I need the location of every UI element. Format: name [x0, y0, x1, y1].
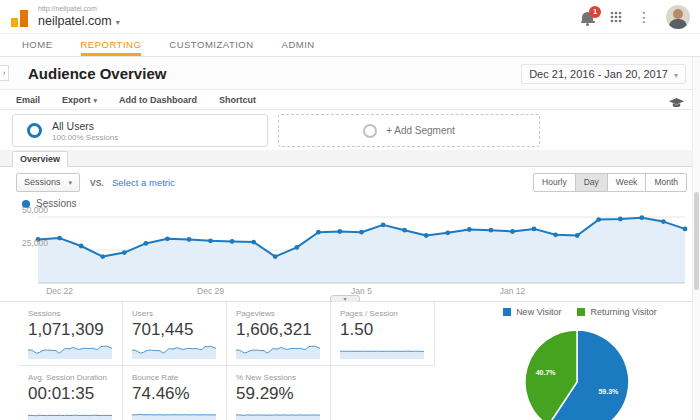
- sessions-sparkline: [28, 345, 112, 359]
- scrollbar-thumb[interactable]: [694, 192, 699, 290]
- svg-text:Jan 12: Jan 12: [500, 286, 526, 296]
- top-header-bar: http://neilpatel.com neilpatel.com▾ 1 ⋮: [0, 0, 700, 34]
- metric-selector-dropdown[interactable]: Sessions▾: [16, 173, 80, 192]
- shortcut-button[interactable]: Shortcut: [219, 95, 256, 105]
- export-caret-icon: ▾: [94, 97, 98, 104]
- nav-item-home[interactable]: HOME: [22, 34, 53, 56]
- metric-label: Pages / Session: [340, 309, 426, 318]
- avatar[interactable]: [666, 5, 690, 29]
- metric-value: 00:01:35: [28, 384, 114, 404]
- sidebar-expand-toggle[interactable]: ›: [0, 65, 9, 81]
- page-title: Audience Overview: [28, 65, 166, 82]
- add-segment-button[interactable]: + Add Segment: [278, 114, 540, 147]
- add-segment-label: + Add Segment: [386, 125, 455, 136]
- graduation-cap-icon: [669, 98, 684, 109]
- sessions-timeline-chart[interactable]: 50,00025,000Dec 22Dec 29Jan 5Jan 12: [0, 205, 700, 302]
- metric-label: Sessions: [28, 309, 114, 318]
- users-sparkline: [132, 345, 216, 359]
- metric-caret-icon: ▾: [69, 179, 73, 186]
- metric-card-bounce-rate[interactable]: Bounce Rate 74.46%: [123, 366, 227, 420]
- title-row: › Audience Overview Dec 21, 2016 - Jan 2…: [0, 57, 700, 90]
- metric-value: 1.50: [340, 320, 426, 340]
- metric-card-pageviews[interactable]: Pageviews 1,606,321: [227, 302, 331, 366]
- overview-summary-section: Sessions 1,071,309 Users 701,445 Pagevie…: [0, 302, 700, 420]
- date-range-value: Dec 21, 2016 - Jan 20, 2017: [529, 68, 668, 80]
- metric-value: 1,071,309: [28, 320, 114, 340]
- report-tabstrip: Overview: [0, 150, 700, 167]
- account-name: neilpatel.com: [38, 14, 112, 28]
- nav-item-reporting[interactable]: REPORTING: [81, 34, 142, 56]
- metric-label: % New Sessions: [236, 373, 322, 382]
- new-sessions-sparkline: [236, 409, 320, 420]
- segment-circle-icon: [27, 123, 42, 138]
- metric-label: Bounce Rate: [132, 373, 218, 382]
- svg-text:59.3%: 59.3%: [598, 388, 619, 395]
- email-button[interactable]: Email: [16, 95, 40, 105]
- granularity-week-button[interactable]: Week: [607, 173, 647, 192]
- svg-text:50,000: 50,000: [22, 205, 48, 215]
- bounce-rate-sparkline: [132, 409, 216, 420]
- granularity-button-group: Hourly Day Week Month: [533, 173, 687, 192]
- export-button[interactable]: Export▾: [62, 95, 97, 105]
- kebab-menu-icon[interactable]: ⋮: [637, 10, 651, 24]
- segments-area: All Users 100.00% Sessions + Add Segment: [0, 110, 700, 150]
- add-segment-circle-icon: [363, 124, 377, 138]
- account-caret-icon: ▾: [116, 18, 120, 27]
- date-caret-icon: ▾: [674, 71, 678, 80]
- returning-visitor-swatch-icon: [577, 308, 585, 316]
- vertical-scrollbar: [692, 57, 700, 420]
- svg-text:Dec 29: Dec 29: [197, 286, 224, 296]
- metric-card-sessions[interactable]: Sessions 1,071,309: [19, 302, 123, 366]
- select-metric-link[interactable]: Select a metric: [112, 177, 175, 188]
- granularity-month-button[interactable]: Month: [645, 173, 687, 192]
- visitor-type-pie-chart[interactable]: 59.3%40.7%: [470, 322, 695, 420]
- primary-nav: HOME REPORTING CUSTOMIZATION ADMIN: [0, 34, 700, 57]
- pageviews-sparkline: [236, 345, 320, 359]
- vs-label: VS.: [90, 178, 104, 188]
- property-url: http://neilpatel.com: [38, 5, 97, 12]
- metric-value: 1,606,321: [236, 320, 322, 340]
- tab-overview[interactable]: Overview: [12, 151, 68, 167]
- account-selector[interactable]: neilpatel.com▾: [38, 14, 120, 28]
- metric-value: 701,445: [132, 320, 218, 340]
- apps-grid-icon[interactable]: [610, 11, 622, 23]
- svg-text:40.7%: 40.7%: [536, 369, 557, 376]
- metric-label: Pageviews: [236, 309, 322, 318]
- google-analytics-logo-icon[interactable]: [11, 8, 31, 27]
- nav-item-customization[interactable]: CUSTOMIZATION: [169, 34, 253, 56]
- metric-card-avg-session-duration[interactable]: Avg. Session Duration 00:01:35: [19, 366, 123, 420]
- metric-label: Users: [132, 309, 218, 318]
- pages-per-session-sparkline: [340, 345, 424, 359]
- sessions-chart-panel: Sessions▾ VS. Select a metric Hourly Day…: [0, 167, 700, 302]
- metric-value: 74.46%: [132, 384, 218, 404]
- add-to-dashboard-button[interactable]: Add to Dashboard: [119, 95, 197, 105]
- svg-text:25,000: 25,000: [22, 238, 48, 248]
- notification-badge: 1: [589, 6, 601, 18]
- metric-card-new-sessions[interactable]: % New Sessions 59.29%: [227, 366, 331, 420]
- metric-card-pages-per-session[interactable]: Pages / Session 1.50: [331, 302, 435, 366]
- date-range-selector[interactable]: Dec 21, 2016 - Jan 20, 2017▾: [521, 64, 686, 84]
- metric-card-users[interactable]: Users 701,445: [123, 302, 227, 366]
- segment-title: All Users: [52, 120, 118, 132]
- metric-label: Avg. Session Duration: [28, 373, 114, 382]
- avg-session-duration-sparkline: [28, 409, 112, 420]
- nav-item-admin[interactable]: ADMIN: [282, 34, 315, 56]
- legend-returning-visitor[interactable]: Returning Visitor: [577, 307, 656, 317]
- granularity-hourly-button[interactable]: Hourly: [533, 173, 576, 192]
- notifications-button[interactable]: 1: [581, 10, 595, 25]
- pie-legend: New Visitor Returning Visitor: [470, 307, 690, 317]
- svg-text:Dec 22: Dec 22: [46, 286, 73, 296]
- new-visitor-swatch-icon: [503, 308, 511, 316]
- legend-new-visitor[interactable]: New Visitor: [503, 307, 561, 317]
- analytics-app-window: http://neilpatel.com neilpatel.com▾ 1 ⋮ …: [0, 0, 700, 420]
- report-toolbar: Email Export▾ Add to Dashboard Shortcut: [0, 90, 700, 110]
- segment-all-users[interactable]: All Users 100.00% Sessions: [12, 114, 268, 147]
- granularity-day-button[interactable]: Day: [575, 173, 608, 192]
- segment-subtitle: 100.00% Sessions: [52, 133, 118, 142]
- metric-value: 59.29%: [236, 384, 322, 404]
